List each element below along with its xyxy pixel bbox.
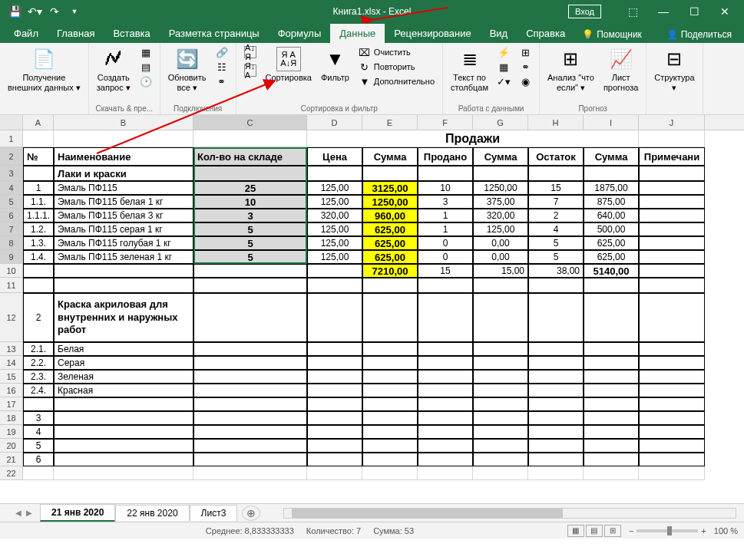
view-break-icon[interactable]: ⊞ <box>604 525 621 537</box>
col-header-I[interactable]: I <box>584 115 639 130</box>
assistant-button[interactable]: 💡Помощник <box>574 26 650 43</box>
cell-C8[interactable]: 5 <box>193 236 307 250</box>
undo-icon[interactable]: ↶▾ <box>26 3 43 20</box>
cell-G17[interactable] <box>473 397 528 411</box>
validation-button[interactable]: ✓▾ <box>494 74 513 88</box>
row-header-10[interactable]: 10 <box>0 264 23 278</box>
cell-B17[interactable] <box>54 397 193 411</box>
cell-H6[interactable]: 2 <box>528 209 584 222</box>
cell-B16[interactable]: Красная <box>54 384 193 397</box>
sheet-tab-3[interactable]: Лист3 <box>190 505 238 521</box>
cell-B15[interactable]: Зеленая <box>54 370 193 384</box>
cell-E10[interactable]: 7210,00 <box>362 264 418 278</box>
cell-I8[interactable]: 625,00 <box>584 236 639 250</box>
cell-H4[interactable]: 15 <box>528 181 584 195</box>
cell-C22[interactable] <box>193 466 307 480</box>
close-icon[interactable]: ✕ <box>710 2 739 21</box>
row-header-14[interactable]: 14 <box>0 356 23 370</box>
cell-D9[interactable]: 125,00 <box>307 250 362 264</box>
cell-G6[interactable]: 320,00 <box>473 209 528 222</box>
col-header-F[interactable]: F <box>418 115 473 130</box>
login-button[interactable]: Вход <box>568 5 601 18</box>
cell-F17[interactable] <box>418 397 473 411</box>
cell-B3[interactable]: Лаки и краски <box>54 166 193 181</box>
tab-layout[interactable]: Разметка страницы <box>160 24 269 43</box>
cell-H10[interactable]: 38,00 <box>528 264 584 278</box>
cell-H18[interactable] <box>528 411 584 425</box>
cell-E9[interactable]: 625,00 <box>362 250 418 264</box>
cell-I15[interactable] <box>584 370 639 384</box>
row-header-17[interactable]: 17 <box>0 397 23 411</box>
cell-E22[interactable] <box>362 466 418 480</box>
zoom-level[interactable]: 100 % <box>714 526 738 535</box>
cell-J19[interactable] <box>639 425 705 439</box>
cell-G10[interactable]: 15,00 <box>473 264 528 278</box>
cell-I4[interactable]: 1875,00 <box>584 181 639 195</box>
relations-button[interactable]: ⚭ <box>516 60 534 74</box>
cell-F10[interactable]: 15 <box>418 264 473 278</box>
cell-I7[interactable]: 500,00 <box>584 222 639 236</box>
cell-G16[interactable] <box>473 384 528 397</box>
cell-F8[interactable]: 0 <box>418 236 473 250</box>
connections-button[interactable]: 🔗 <box>213 45 231 59</box>
row-header-8[interactable]: 8 <box>0 236 23 250</box>
qat-more-icon[interactable]: ▼ <box>66 3 83 20</box>
cell-A15[interactable]: 2.3. <box>23 370 54 384</box>
cell-H15[interactable] <box>528 370 584 384</box>
share-button[interactable]: 👤Поделиться <box>659 26 739 43</box>
cell-J16[interactable] <box>639 384 705 397</box>
cell-B1[interactable] <box>54 130 193 147</box>
cell-F22[interactable] <box>418 466 473 480</box>
cell-C7[interactable]: 5 <box>193 222 307 236</box>
cell-E17[interactable] <box>362 397 418 411</box>
cell-A17[interactable] <box>23 397 54 411</box>
cell-B8[interactable]: Эмаль ПФ115 голубая 1 кг <box>54 236 193 250</box>
cell-B2[interactable]: Наименование <box>54 147 193 166</box>
cell-H13[interactable] <box>528 342 584 356</box>
cell-D15[interactable] <box>307 370 362 384</box>
filter-button[interactable]: ▼ Фильтр <box>318 45 352 84</box>
cell-F3[interactable] <box>418 166 473 181</box>
cell-G13[interactable] <box>473 342 528 356</box>
save-icon[interactable]: 💾 <box>6 3 23 20</box>
cell-G5[interactable]: 375,00 <box>473 195 528 209</box>
cell-C12[interactable] <box>193 293 307 342</box>
new-query-button[interactable]: 🗲 Создать запрос ▾ <box>94 45 134 94</box>
cell-E19[interactable] <box>362 425 418 439</box>
cell-J13[interactable] <box>639 342 705 356</box>
reapply-button[interactable]: ↻Повторить <box>355 60 438 74</box>
cell-B13[interactable]: Белая <box>54 342 193 356</box>
row-header-1[interactable]: 1 <box>0 130 23 147</box>
text-to-columns-button[interactable]: ≣ Текст по столбцам <box>448 45 491 94</box>
cell-D10[interactable] <box>307 264 362 278</box>
cell-C18[interactable] <box>193 411 307 425</box>
cell-G4[interactable]: 1250,00 <box>473 181 528 195</box>
cell-H21[interactable] <box>528 453 584 466</box>
cell-D6[interactable]: 320,00 <box>307 209 362 222</box>
cell-E20[interactable] <box>362 439 418 453</box>
cell-I21[interactable] <box>584 453 639 466</box>
cell-H7[interactable]: 4 <box>528 222 584 236</box>
remove-dup-button[interactable]: ▦ <box>494 60 513 74</box>
cell-F11[interactable] <box>418 278 473 293</box>
cell-D5[interactable]: 125,00 <box>307 195 362 209</box>
cell-D12[interactable] <box>307 293 362 342</box>
next-sheet-icon[interactable]: ▶ <box>26 509 32 517</box>
cell-D1[interactable]: Продажи <box>307 130 639 147</box>
tab-review[interactable]: Рецензирование <box>385 24 480 43</box>
cell-A7[interactable]: 1.2. <box>23 222 54 236</box>
cell-C6[interactable]: 3 <box>193 209 307 222</box>
cell-A3[interactable] <box>23 166 54 181</box>
cell-C1[interactable] <box>193 130 307 147</box>
cell-I17[interactable] <box>584 397 639 411</box>
cell-C13[interactable] <box>193 342 307 356</box>
row-header-6[interactable]: 6 <box>0 209 23 222</box>
cell-D19[interactable] <box>307 425 362 439</box>
cell-F6[interactable]: 1 <box>418 209 473 222</box>
cell-H11[interactable] <box>528 278 584 293</box>
sheet-tab-2[interactable]: 22 янв 2020 <box>115 505 189 521</box>
cell-A19[interactable]: 4 <box>23 425 54 439</box>
col-header-C[interactable]: C <box>193 115 307 130</box>
cell-G3[interactable] <box>473 166 528 181</box>
cell-I11[interactable] <box>584 278 639 293</box>
